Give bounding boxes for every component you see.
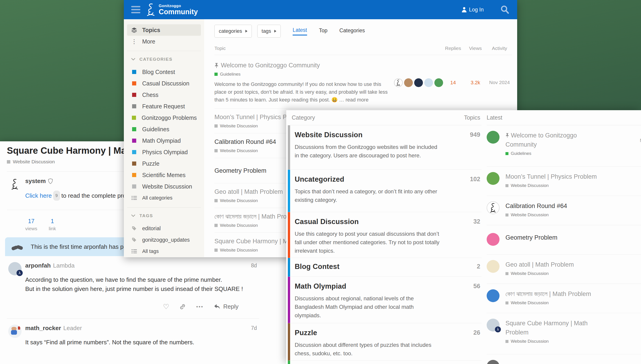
sidebar-item-category-physics-olympiad[interactable]: Physics Olympiad [127,146,201,158]
sidebar-item-more[interactable]: ⋮ More [127,36,201,47]
sidebar-item-category-scientific-memes[interactable]: Scientific Memes [127,169,201,181]
views-stat[interactable]: 17 views [25,218,37,231]
topic-link[interactable]: Geo atoll | Math Problem [505,260,574,269]
activity-date[interactable]: Nov 2024 [487,80,512,104]
category-description: Use this category to post your casual di… [295,230,442,255]
brand-title[interactable]: Gonitzoggo Community [159,4,198,16]
gonitzoggo-logo-icon[interactable] [146,3,155,16]
sidebar-item-category-website-discussion[interactable]: Website Discussion [127,181,201,192]
system-avatar[interactable] [8,178,22,191]
topic-category-badge[interactable]: Guidelines [505,151,607,156]
topic-link[interactable]: Moon’s Tunnel | Physics Problem [505,172,597,181]
sidebar-section-tags[interactable]: TAGS [127,211,201,220]
category-row-puzzle[interactable]: Puzzle 26 Discussion about different typ… [288,323,482,360]
category-color-square [215,224,218,227]
replies-count[interactable]: 14 [442,80,464,104]
system-logo-avatar[interactable] [394,78,403,87]
sidebar-item-category-math-olympiad[interactable]: Math Olympiad [127,135,201,146]
sidebar-item-category-guidelines[interactable]: Guidelines [127,124,201,135]
copy-link-button[interactable] [179,303,186,310]
sidebar-item-category-casual-discussion[interactable]: Casual Discussion [127,78,201,89]
topic-link[interactable]: Welcome to Gonitzoggo Community [505,131,607,149]
topic-category-badge[interactable]: Website Discussion [505,212,567,218]
categories-dropdown[interactable]: categories [215,25,252,38]
topic-link[interactable]: কোণ ঝামেলায় জড়ালে | Math Problem [505,289,591,298]
post-username[interactable]: arponfah [25,262,51,269]
links-count: 1 [49,218,56,224]
search-icon[interactable] [500,4,510,15]
post-username[interactable]: math_rocker [25,324,61,332]
user-avatar[interactable] [487,172,500,185]
sidebar-item-category-blog-contest[interactable]: Blog Contest [127,66,201,78]
sidebar-item-tag-gonitzoggo-updates[interactable]: gonitzoggo_updates [127,234,201,246]
category-row-uncategorized[interactable]: Uncategorized 102 Topics that don’t need… [288,170,482,212]
user-avatar[interactable] [487,289,500,302]
sidebar-item-category-chess[interactable]: Chess [127,89,201,100]
divider [127,207,201,208]
sidebar-section-categories[interactable]: CATEGORIES [127,55,201,64]
topic-link[interactable]: Calibration Round #64 [505,201,567,210]
poster-avatars [394,78,442,104]
category-row-website-discussion[interactable]: Website Discussion 949 Discussions from … [288,125,482,170]
reply-button[interactable]: Reply [214,303,239,310]
topic-category-badge[interactable]: Guidelines [215,72,394,77]
user-avatar[interactable] [404,78,413,87]
user-avatar[interactable] [487,360,500,364]
sidebar-item-all-categories[interactable]: All categories [127,192,201,204]
hamburger-menu-icon[interactable] [131,6,140,13]
category-name[interactable]: Puzzle [295,329,468,337]
category-color-square [215,149,218,152]
user-avatar[interactable] [487,233,500,246]
sidebar-item-tag-editorial[interactable]: editorial [127,223,201,234]
topic-category-badge[interactable]: Website Discussion [505,183,597,188]
login-button[interactable]: Log In [462,7,484,13]
topic-category-badge[interactable]: Website Discussion [505,271,574,276]
sidebar-item-all-tags[interactable]: All tags [127,246,201,257]
post-username[interactable]: system [25,178,46,185]
category-row-casual-discussion[interactable]: Casual Discussion 32 Use this category t… [288,212,482,258]
user-avatar[interactable] [487,131,500,144]
caret-right-icon [245,30,248,32]
sidebar-item-category-feature-request[interactable]: Feature Request [127,100,201,112]
post-flair: Lambda [53,262,75,269]
topic-link[interactable]: Welcome to Gonitzoggo Community [215,62,394,69]
topic-category-badge[interactable]: Website Discussion [505,300,591,305]
click-here-link[interactable]: Click here [25,192,52,199]
system-logo-avatar[interactable] [487,201,500,214]
math-rocker-avatar[interactable] [8,324,22,338]
column-topic: Topic [215,46,394,51]
tags-dropdown[interactable]: tags [257,25,281,38]
topic-link[interactable]: Geometry Problem [505,233,557,242]
tab-top[interactable]: Top [319,28,327,35]
category-name[interactable]: Website Discussion [295,131,468,139]
more-actions-button[interactable]: ••• [196,304,203,310]
category-row-blog-contest[interactable]: Blog Contest 2 [288,258,482,277]
sidebar-item-label: Gonitzoggo Problems [142,114,197,121]
category-name[interactable]: Blog Contest [295,262,468,271]
category-color-square [132,116,136,120]
category-name[interactable]: Uncategorized [295,175,468,184]
topic-link[interactable]: Square Cube Harmony | Math Problem [505,319,607,337]
category-row-guidelines-partial[interactable] [288,360,482,364]
sidebar-item-label: Feature Request [142,103,185,110]
user-avatar[interactable] [414,78,423,87]
banner-text: This is the first time arponfah has post… [31,243,138,250]
category-name[interactable]: Casual Discussion [295,218,468,226]
sidebar-item-category-gonitzoggo-problems[interactable]: Gonitzoggo Problems [127,112,201,124]
user-avatar[interactable] [424,78,433,87]
sidebar-item-topics[interactable]: Topics [127,24,201,36]
topic-category-badge[interactable]: Website Discussion [505,339,607,344]
user-avatar[interactable] [487,260,500,273]
sidebar-item-category-puzzle[interactable]: Puzzle [127,158,201,169]
like-button[interactable]: ♡ [163,302,169,311]
tab-categories[interactable]: Categories [339,28,365,35]
latest-row: λ Square Cube Harmony | Math Problem Web… [487,313,641,354]
arponfah-avatar[interactable]: λ [8,262,22,275]
tab-latest[interactable]: Latest [293,27,307,36]
user-avatar[interactable]: λ [487,319,500,332]
category-color-square [132,104,136,108]
category-name[interactable]: Math Olympiad [295,282,468,290]
links-stat[interactable]: 1 link [49,218,56,231]
user-avatar[interactable] [434,78,443,87]
category-row-math-olympiad[interactable]: Math Olympiad 56 Discussions about regio… [288,277,482,323]
